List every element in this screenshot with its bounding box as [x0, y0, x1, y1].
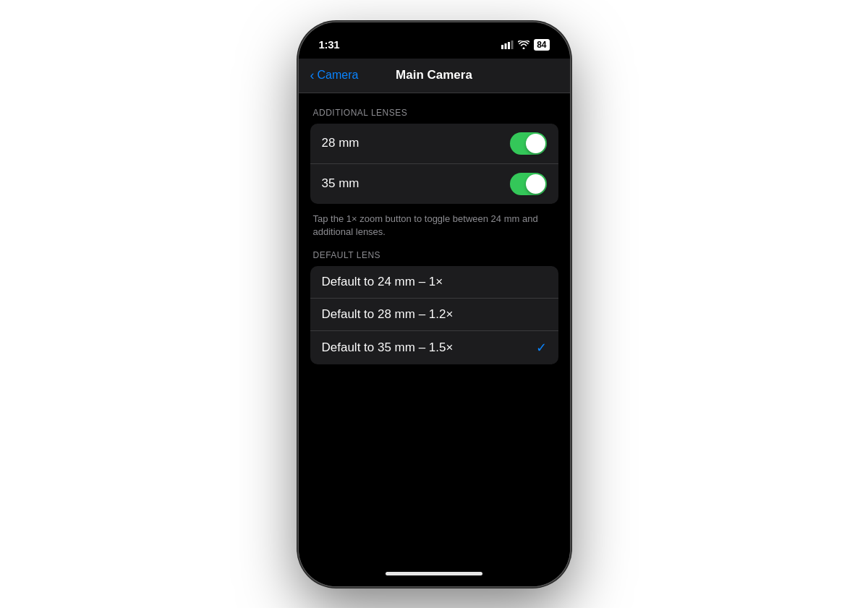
toggle-knob-2: [526, 174, 545, 194]
status-icons: 84: [501, 39, 549, 51]
dynamic-island: [391, 31, 477, 56]
additional-lenses-label: ADDITIONAL LENSES: [299, 108, 570, 124]
svg-rect-2: [508, 42, 510, 49]
lens-28mm-label: 28 mm: [322, 136, 359, 150]
phone-screen: 1:31 84: [299, 22, 570, 586]
svg-rect-1: [505, 43, 507, 49]
svg-rect-0: [501, 45, 503, 49]
settings-content: ADDITIONAL LENSES 28 mm 35 mm: [299, 93, 570, 562]
signal-icon: [501, 40, 514, 49]
home-bar: [386, 572, 482, 575]
lens-28mm-row: 28 mm: [310, 124, 558, 164]
lens-35mm-row: 35 mm: [310, 164, 558, 204]
status-time: 1:31: [319, 38, 340, 51]
additional-lenses-section: ADDITIONAL LENSES 28 mm 35 mm: [299, 108, 570, 250]
back-button[interactable]: ‹ Camera: [310, 69, 359, 82]
svg-rect-3: [511, 40, 514, 49]
phone-device: 1:31 84: [299, 22, 570, 586]
lenses-hint-text: Tap the 1× zoom button to toggle between…: [299, 207, 570, 250]
lens-35mm-toggle[interactable]: [510, 173, 547, 195]
default-lens-group: Default to 24 mm – 1× Default to 28 mm –…: [310, 266, 558, 364]
lens-28mm-toggle[interactable]: [510, 132, 547, 155]
nav-bar: ‹ Camera Main Camera: [299, 59, 570, 93]
default-lens-label: DEFAULT LENS: [299, 250, 570, 266]
battery-indicator: 84: [534, 39, 549, 51]
default-24mm-option[interactable]: Default to 24 mm – 1×: [310, 266, 558, 299]
checkmark-icon: ✓: [536, 340, 547, 356]
back-chevron-icon: ‹: [310, 69, 315, 82]
lens-35mm-label: 35 mm: [322, 176, 359, 191]
default-28mm-option[interactable]: Default to 28 mm – 1.2×: [310, 299, 558, 331]
default-35mm-option[interactable]: Default to 35 mm – 1.5× ✓: [310, 331, 558, 364]
wifi-icon: [518, 40, 529, 49]
page-title: Main Camera: [396, 68, 472, 82]
default-24mm-label: Default to 24 mm – 1×: [322, 275, 443, 289]
back-label: Camera: [318, 69, 359, 82]
additional-lenses-group: 28 mm 35 mm: [310, 124, 558, 204]
default-35mm-label: Default to 35 mm – 1.5×: [322, 341, 454, 355]
home-indicator: [299, 562, 570, 586]
default-28mm-label: Default to 28 mm – 1.2×: [322, 307, 454, 322]
default-lens-section: DEFAULT LENS Default to 24 mm – 1× Defau…: [299, 250, 570, 364]
toggle-knob: [526, 134, 545, 153]
